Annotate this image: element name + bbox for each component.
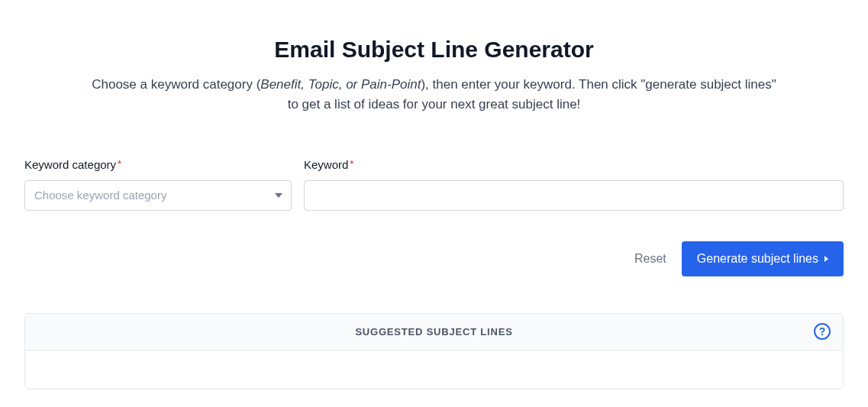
keyword-input[interactable]	[304, 180, 844, 211]
category-label-text: Keyword category	[24, 158, 116, 171]
help-icon[interactable]: ?	[814, 323, 831, 340]
reset-button[interactable]: Reset	[631, 246, 670, 272]
field-keyword: Keyword*	[304, 158, 844, 211]
category-select[interactable]: Choose keyword category	[24, 180, 292, 211]
required-asterisk: *	[350, 158, 353, 170]
results-header: SUGGESTED SUBJECT LINES ?	[25, 314, 843, 350]
keyword-label: Keyword*	[304, 158, 844, 171]
form-row: Keyword category* Choose keyword categor…	[24, 158, 844, 211]
generate-button-label: Generate subject lines	[697, 252, 818, 266]
results-body	[25, 350, 843, 389]
actions-row: Reset Generate subject lines	[24, 241, 844, 276]
keyword-label-text: Keyword	[304, 158, 348, 171]
required-asterisk: *	[118, 158, 121, 170]
page-subtitle: Choose a keyword category (Benefit, Topi…	[87, 75, 782, 115]
category-label: Keyword category*	[24, 158, 292, 171]
subtitle-italic: Benefit, Topic, or Pain-Point	[260, 77, 421, 92]
category-select-wrapper: Choose keyword category	[24, 180, 292, 211]
generate-button[interactable]: Generate subject lines	[682, 241, 844, 276]
results-card: SUGGESTED SUBJECT LINES ?	[24, 313, 844, 389]
chevron-down-icon	[275, 193, 282, 198]
field-keyword-category: Keyword category* Choose keyword categor…	[24, 158, 292, 211]
chevron-right-icon	[824, 256, 828, 262]
page-title: Email Subject Line Generator	[24, 37, 844, 63]
results-title: SUGGESTED SUBJECT LINES	[355, 326, 512, 338]
subtitle-pre: Choose a keyword category (	[92, 77, 260, 92]
